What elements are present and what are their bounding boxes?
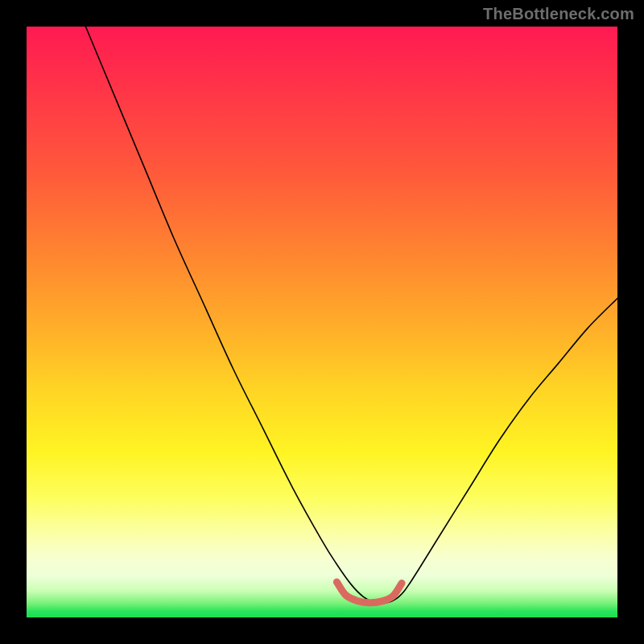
curve-layer	[27, 27, 617, 617]
chart-frame: TheBottleneck.com	[0, 0, 644, 644]
watermark-text: TheBottleneck.com	[483, 5, 634, 23]
valley-highlight-segment	[336, 582, 402, 603]
bottleneck-curve	[85, 27, 617, 604]
plot-area	[27, 27, 617, 617]
